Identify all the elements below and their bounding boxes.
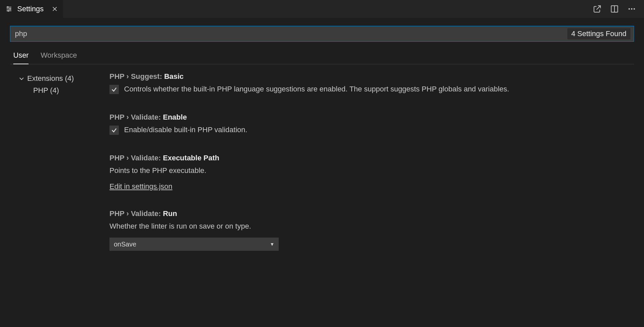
settings-editor: Settings (0, 0, 644, 327)
setting-title: PHP › Validate: Enable (109, 113, 621, 122)
settings-search-count: 4 Settings Found (567, 28, 630, 39)
settings-body: Extensions (4) PHP (4) PHP › Suggest: Ba… (10, 72, 634, 327)
edit-in-settings-json-link[interactable]: Edit in settings.json (109, 182, 173, 191)
svg-point-11 (631, 8, 632, 10)
select-value: onSave (114, 241, 136, 248)
select-php-validate-run[interactable]: onSave ▼ (109, 238, 279, 251)
svg-point-10 (628, 8, 630, 10)
close-icon[interactable] (52, 6, 58, 12)
setting-title: PHP › Validate: Executable Path (109, 154, 621, 162)
tabbar-actions (585, 0, 644, 18)
setting-description: Points to the PHP executable. (109, 166, 621, 176)
tab-bar: Settings (0, 0, 644, 18)
setting-title: PHP › Suggest: Basic (109, 72, 621, 81)
tree-item-label: Extensions (4) (27, 74, 74, 83)
settings-tree: Extensions (4) PHP (4) (10, 72, 109, 327)
setting-description: Controls whether the built-in PHP langua… (124, 84, 509, 94)
tabbar-spacer (63, 0, 585, 18)
tree-item-extensions[interactable]: Extensions (4) (19, 72, 109, 85)
settings-search-input[interactable] (14, 29, 567, 38)
open-settings-json-icon[interactable] (593, 5, 602, 13)
setting-php-validate-enable: PHP › Validate: Enable Enable/disable bu… (109, 113, 621, 135)
setting-description: Whether the linter is run on save or on … (109, 221, 621, 232)
settings-icon (5, 5, 13, 13)
setting-php-validate-executable-path: PHP › Validate: Executable Path Points t… (109, 154, 621, 191)
setting-php-validate-run: PHP › Validate: Run Whether the linter i… (109, 209, 621, 251)
chevron-down-icon: ▼ (270, 242, 274, 247)
scope-tab-workspace[interactable]: Workspace (40, 51, 77, 64)
checkbox-php-validate-enable[interactable] (109, 126, 119, 135)
split-editor-icon[interactable] (610, 5, 619, 13)
svg-point-12 (633, 8, 635, 10)
setting-php-suggest-basic: PHP › Suggest: Basic Controls whether th… (109, 72, 621, 94)
settings-content: 4 Settings Found User Workspace Extensio… (0, 18, 644, 327)
tree-item-php[interactable]: PHP (4) (19, 85, 109, 96)
svg-point-3 (7, 7, 9, 8)
setting-title: PHP › Validate: Run (109, 209, 621, 218)
chevron-down-icon (19, 76, 25, 82)
more-actions-icon[interactable] (627, 5, 636, 13)
tab-title: Settings (17, 5, 44, 13)
checkbox-php-suggest-basic[interactable] (109, 85, 119, 94)
settings-search-wrap: 4 Settings Found (10, 26, 634, 42)
tree-item-label: PHP (4) (33, 86, 59, 94)
settings-list: PHP › Suggest: Basic Controls whether th… (109, 72, 634, 327)
setting-description: Enable/disable built-in PHP validation. (124, 125, 247, 135)
svg-point-4 (10, 8, 11, 10)
tab-settings[interactable]: Settings (0, 0, 63, 18)
scope-tab-user[interactable]: User (13, 51, 29, 64)
scope-tabs: User Workspace (10, 42, 634, 64)
svg-point-5 (8, 10, 9, 12)
